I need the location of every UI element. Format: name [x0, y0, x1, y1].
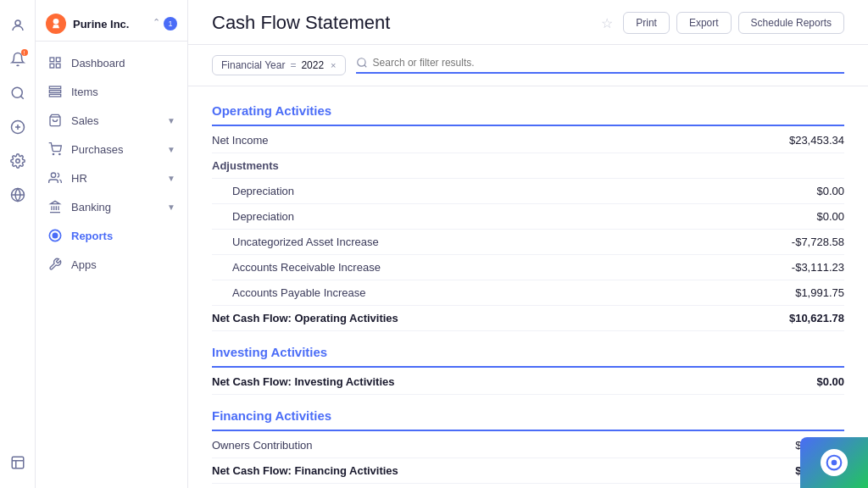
section-title-financing: Financing Activities [212, 408, 844, 431]
sidebar-icon-profile[interactable] [3, 10, 33, 41]
sales-icon [47, 113, 63, 128]
sidebar-item-apps[interactable]: Apps [36, 250, 187, 279]
row-label: Uncategorized Asset Increase [212, 236, 743, 248]
row-amount: $1,991.75 [743, 286, 844, 299]
svg-rect-15 [56, 64, 60, 68]
sidebar-label-dashboard: Dashboard [71, 57, 125, 69]
company-logo [46, 14, 66, 34]
purchases-icon [47, 141, 63, 157]
header-actions: Print Export Schedule Reports [623, 12, 844, 34]
svg-marker-29 [51, 201, 60, 203]
sidebar-label-items: Items [71, 86, 98, 98]
export-button[interactable]: Export [676, 12, 732, 34]
sidebar-label-hr: HR [71, 172, 87, 185]
row-amount: $10,621.78 [743, 312, 844, 324]
svg-point-32 [357, 58, 364, 66]
svg-point-1 [12, 87, 22, 97]
row-amount: $0.00 [743, 185, 844, 197]
search-input[interactable] [373, 57, 844, 69]
search-area[interactable] [356, 57, 844, 74]
row-amount: $23,453.34 [743, 134, 844, 147]
notification-badge: ! [21, 49, 28, 56]
bottom-logo [800, 437, 868, 488]
sidebar-item-hr[interactable]: HR ▼ [36, 164, 187, 192]
row-label: Owners Contribution [212, 439, 743, 452]
row-label: Net Cash Flow: Investing Activities [212, 375, 743, 388]
row-label: Net Cash Flow: Operating Activities [212, 312, 743, 324]
sidebar-item-dashboard[interactable]: Dashboard [36, 48, 187, 77]
row-label: Depreciation [212, 210, 743, 223]
sidebar-item-reports[interactable]: Reports [36, 221, 187, 250]
sidebar-label-sales: Sales [71, 114, 99, 127]
row-label: Net Income [212, 134, 743, 147]
sidebar-item-purchases[interactable]: Purchases ▼ [36, 135, 187, 164]
report-body: Operating Activities Net Income $23,453.… [188, 86, 868, 488]
svg-line-33 [364, 65, 366, 68]
filter-close-icon[interactable]: × [331, 60, 336, 70]
svg-point-12 [53, 19, 59, 25]
row-amount: -$7,728.58 [743, 236, 844, 248]
svg-point-0 [15, 20, 20, 25]
print-button[interactable]: Print [623, 12, 670, 34]
expand-icon: ⌃ [153, 17, 160, 30]
sidebar-icon-reports[interactable] [3, 447, 33, 478]
svg-rect-18 [49, 91, 60, 93]
row-amount: -$3,111.23 [743, 261, 844, 274]
svg-rect-19 [49, 94, 60, 97]
favorite-star-icon[interactable]: ☆ [601, 15, 613, 31]
svg-rect-14 [56, 58, 60, 62]
table-row-net-investing: Net Cash Flow: Investing Activities $0.0… [212, 369, 844, 395]
svg-rect-9 [12, 457, 24, 469]
sidebar-icon-globe[interactable] [3, 180, 33, 210]
table-row-net-financing: Net Cash Flow: Financing Activities $5,0… [212, 458, 844, 484]
icon-sidebar: ! [0, 0, 36, 488]
row-label: Net Cash Flow: Financing Activities [212, 464, 743, 477]
banking-icon [47, 199, 63, 214]
row-amount: $0.00 [743, 210, 844, 223]
sidebar-item-banking[interactable]: Banking ▼ [36, 192, 187, 221]
hr-icon [47, 170, 63, 186]
sidebar-label-banking: Banking [71, 201, 111, 214]
svg-point-31 [53, 233, 57, 237]
sidebar-label-reports: Reports [71, 230, 113, 242]
reports-icon [47, 228, 63, 243]
logo-icon [821, 449, 848, 476]
table-row: Depreciation $0.00 [212, 204, 844, 230]
company-badge: 1 [164, 17, 177, 30]
search-icon [356, 57, 368, 69]
sidebar-item-sales[interactable]: Sales ▼ [36, 106, 187, 135]
svg-rect-16 [50, 64, 54, 68]
sidebar-label-purchases: Purchases [71, 143, 123, 156]
nav-sidebar: Purine Inc. ⌃ 1 Dashboard Items Sales ▼ … [36, 0, 188, 488]
row-label: Accounts Payable Increase [212, 286, 743, 299]
table-row-net-operating: Net Cash Flow: Operating Activities $10,… [212, 306, 844, 331]
svg-point-21 [53, 153, 53, 154]
apps-icon [47, 257, 63, 272]
filter-chip-financial-year[interactable]: Financial Year = 2022 × [212, 55, 346, 75]
company-controls[interactable]: ⌃ 1 [153, 17, 177, 30]
table-row: Owners Contribution $5,000.00 [212, 433, 844, 458]
banking-chevron-icon: ▼ [167, 202, 175, 212]
row-label: Depreciation [212, 185, 743, 197]
sidebar-icon-search[interactable] [3, 78, 33, 108]
table-row: Uncategorized Asset Increase -$7,728.58 [212, 230, 844, 255]
filter-label: Financial Year [221, 59, 285, 71]
svg-rect-17 [49, 86, 60, 89]
sidebar-icon-settings[interactable] [3, 146, 33, 176]
company-header[interactable]: Purine Inc. ⌃ 1 [36, 7, 187, 42]
svg-rect-13 [50, 58, 54, 62]
row-label: Adjustments [212, 159, 743, 172]
sidebar-label-apps: Apps [71, 258, 97, 271]
sidebar-icon-notifications[interactable]: ! [3, 44, 33, 75]
table-row: Depreciation $0.00 [212, 179, 844, 204]
section-title-investing: Investing Activities [212, 345, 844, 368]
dashboard-icon [47, 55, 63, 70]
schedule-reports-button[interactable]: Schedule Reports [738, 12, 844, 34]
sidebar-icon-add[interactable] [3, 112, 33, 142]
svg-line-2 [20, 96, 23, 98]
row-amount: $0.00 [743, 375, 844, 388]
main-content: Cash Flow Statement ☆ Print Export Sched… [188, 0, 868, 488]
table-row: Net Income $23,453.34 [212, 128, 844, 153]
items-icon [47, 84, 63, 99]
sidebar-item-items[interactable]: Items [36, 77, 187, 106]
